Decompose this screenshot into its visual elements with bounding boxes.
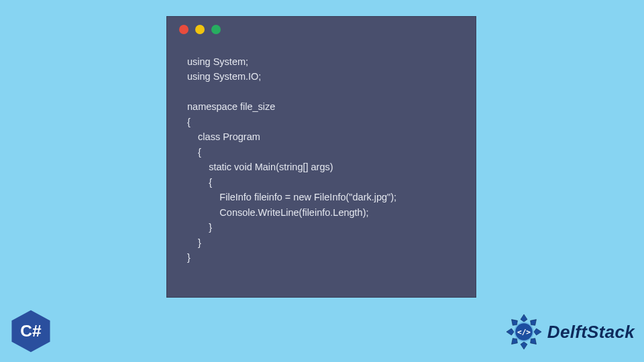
- svg-marker-4: [534, 328, 541, 335]
- window-titlebar: [167, 17, 476, 42]
- svg-marker-2: [521, 342, 527, 349]
- brand-emblem-icon: </>: [503, 311, 545, 353]
- brand-name: DelftStack: [547, 322, 635, 343]
- csharp-label: C#: [20, 322, 42, 340]
- maximize-icon: [211, 25, 221, 34]
- csharp-badge-icon: C#: [8, 308, 54, 354]
- minimize-icon: [195, 25, 205, 34]
- svg-marker-1: [521, 314, 527, 322]
- code-block: using System; using System.IO; namespace…: [167, 42, 476, 265]
- svg-text:</>: </>: [517, 328, 531, 337]
- brand-logo: </> DelftStack: [503, 311, 635, 353]
- svg-marker-3: [506, 328, 514, 335]
- code-window: using System; using System.IO; namespace…: [166, 16, 476, 298]
- close-icon: [179, 25, 189, 34]
